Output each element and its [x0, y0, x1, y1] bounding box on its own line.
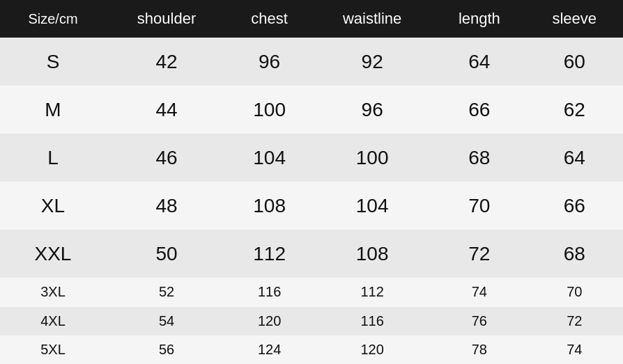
- header-size: Size/cm: [0, 0, 106, 38]
- cell-waistline: 112: [312, 278, 433, 306]
- header-waistline: waistline: [312, 0, 433, 38]
- header-sleeve: sleeve: [526, 0, 623, 38]
- cell-sleeve: 64: [526, 134, 623, 182]
- cell-waistline: 92: [312, 38, 433, 86]
- cell-length: 70: [433, 182, 525, 230]
- table-row: 5XL561241207874: [0, 335, 623, 364]
- table-row: XL481081047066: [0, 182, 623, 230]
- cell-chest: 116: [227, 278, 312, 306]
- cell-chest: 100: [227, 86, 312, 134]
- header-shoulder: shoulder: [106, 0, 227, 38]
- cell-length: 76: [433, 307, 525, 335]
- cell-shoulder: 56: [106, 335, 227, 364]
- cell-size: S: [0, 38, 106, 86]
- size-chart-table: Size/cm shoulder chest waistline length …: [0, 0, 623, 364]
- cell-sleeve: 66: [526, 182, 623, 230]
- cell-sleeve: 62: [526, 86, 623, 134]
- cell-length: 66: [433, 86, 525, 134]
- cell-sleeve: 74: [526, 335, 623, 364]
- cell-shoulder: 54: [106, 307, 227, 335]
- table-row: 3XL521161127470: [0, 278, 623, 306]
- cell-length: 72: [433, 230, 525, 278]
- size-chart-container: Size/cm shoulder chest waistline length …: [0, 0, 623, 364]
- cell-size: L: [0, 134, 106, 182]
- cell-shoulder: 44: [106, 86, 227, 134]
- cell-chest: 108: [227, 182, 312, 230]
- cell-length: 74: [433, 278, 525, 306]
- cell-size: 4XL: [0, 307, 106, 335]
- cell-size: XL: [0, 182, 106, 230]
- cell-chest: 124: [227, 335, 312, 364]
- cell-shoulder: 50: [106, 230, 227, 278]
- header-length: length: [433, 0, 525, 38]
- cell-length: 78: [433, 335, 525, 364]
- cell-sleeve: 68: [526, 230, 623, 278]
- table-row: S4296926460: [0, 38, 623, 86]
- table-row: XXL501121087268: [0, 230, 623, 278]
- table-header-row: Size/cm shoulder chest waistline length …: [0, 0, 623, 38]
- cell-size: XXL: [0, 230, 106, 278]
- cell-waistline: 96: [312, 86, 433, 134]
- cell-chest: 120: [227, 307, 312, 335]
- cell-waistline: 108: [312, 230, 433, 278]
- cell-shoulder: 52: [106, 278, 227, 306]
- cell-length: 64: [433, 38, 525, 86]
- cell-chest: 96: [227, 38, 312, 86]
- cell-sleeve: 60: [526, 38, 623, 86]
- cell-waistline: 104: [312, 182, 433, 230]
- cell-sleeve: 70: [526, 278, 623, 306]
- table-row: 4XL541201167672: [0, 307, 623, 335]
- cell-chest: 112: [227, 230, 312, 278]
- cell-length: 68: [433, 134, 525, 182]
- header-chest: chest: [227, 0, 312, 38]
- cell-chest: 104: [227, 134, 312, 182]
- cell-shoulder: 42: [106, 38, 227, 86]
- cell-shoulder: 48: [106, 182, 227, 230]
- table-row: L461041006864: [0, 134, 623, 182]
- cell-size: M: [0, 86, 106, 134]
- cell-shoulder: 46: [106, 134, 227, 182]
- cell-sleeve: 72: [526, 307, 623, 335]
- table-row: M44100966662: [0, 86, 623, 134]
- cell-waistline: 120: [312, 335, 433, 364]
- cell-size: 5XL: [0, 335, 106, 364]
- cell-waistline: 116: [312, 307, 433, 335]
- cell-size: 3XL: [0, 278, 106, 306]
- cell-waistline: 100: [312, 134, 433, 182]
